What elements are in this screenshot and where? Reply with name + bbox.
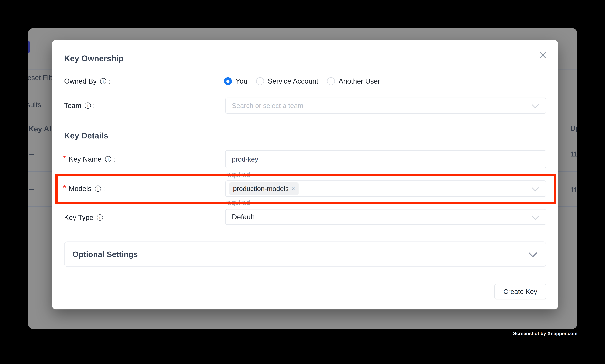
info-icon[interactable]: i	[95, 185, 101, 192]
key-name-label: Key Name	[69, 155, 102, 163]
create-key-modal: Key Ownership Owned By i : You Service A…	[52, 40, 558, 310]
key-type-select[interactable]: Default	[225, 209, 546, 225]
close-icon[interactable]	[538, 50, 548, 60]
team-label: Team	[64, 102, 81, 110]
required-asterisk: *	[63, 154, 66, 162]
owned-by-label: Owned By	[64, 77, 97, 85]
models-required-hint: required	[225, 199, 250, 207]
chevron-down-icon	[528, 249, 537, 257]
radio-owned-by-service-account[interactable]: Service Account	[256, 77, 318, 85]
table-row-date: 11/	[570, 186, 577, 194]
model-tag-chip: production-models ×	[229, 182, 298, 195]
key-type-label: Key Type	[64, 213, 93, 222]
info-icon[interactable]: i	[97, 214, 103, 221]
info-icon[interactable]: i	[85, 103, 91, 109]
key-name-field-wrap	[225, 150, 546, 168]
table-row-date: 11/	[570, 150, 577, 158]
label-colon: :	[103, 184, 105, 193]
section-title-key-ownership: Key Ownership	[64, 53, 124, 63]
info-icon[interactable]: i	[100, 78, 106, 84]
required-asterisk: *	[63, 184, 66, 192]
radio-owned-by-you[interactable]: You	[224, 77, 247, 85]
column-header-updated: Up	[570, 124, 577, 132]
radio-owned-by-another-user[interactable]: Another User	[327, 77, 380, 85]
screenshot-stage: eset Filt sults Key Alia Up 11/ 11/ Key …	[0, 0, 605, 364]
radio-selected-icon	[224, 77, 232, 85]
radio-unselected-icon	[327, 77, 335, 85]
team-select[interactable]: Search or select a team	[225, 98, 546, 114]
reset-filters-fragment: eset Filt	[28, 74, 52, 82]
owned-by-label-row: Owned By i :	[64, 77, 110, 86]
radio-unselected-icon	[256, 77, 264, 85]
results-count-fragment: sults	[28, 101, 41, 109]
remove-tag-icon[interactable]: ×	[292, 186, 295, 192]
chevron-down-icon	[532, 184, 539, 192]
key-name-required-hint: required	[225, 171, 250, 179]
key-type-label-row: Key Type i :	[64, 213, 107, 222]
models-select[interactable]: production-models ×	[225, 181, 546, 197]
table-row-dash	[29, 189, 34, 190]
info-icon[interactable]: i	[105, 156, 111, 162]
label-colon: :	[108, 77, 110, 85]
create-key-button[interactable]: Create Key	[494, 284, 546, 299]
background-button-fragment	[28, 41, 30, 53]
optional-settings-header[interactable]: Optional Settings	[64, 242, 546, 267]
table-row-dash	[29, 154, 34, 155]
label-colon: :	[113, 155, 115, 163]
key-type-selected-value: Default	[232, 213, 254, 221]
models-label-row: * Models i :	[63, 184, 105, 193]
key-name-label-row: * Key Name i :	[63, 155, 115, 164]
section-title-key-details: Key Details	[64, 131, 108, 140]
key-name-input[interactable]	[226, 150, 546, 168]
model-tag-label: production-models	[233, 185, 289, 193]
chevron-down-icon	[532, 213, 539, 220]
team-select-placeholder: Search or select a team	[232, 102, 303, 110]
chevron-down-icon	[532, 101, 539, 108]
watermark-text: Screenshot by Xnapper.com	[513, 331, 578, 336]
models-label: Models	[69, 184, 91, 193]
owned-by-radio-group: You Service Account Another User	[224, 77, 380, 86]
optional-settings-title: Optional Settings	[72, 250, 138, 259]
label-colon: :	[93, 102, 95, 110]
label-colon: :	[105, 213, 107, 222]
team-label-row: Team i :	[64, 101, 95, 110]
